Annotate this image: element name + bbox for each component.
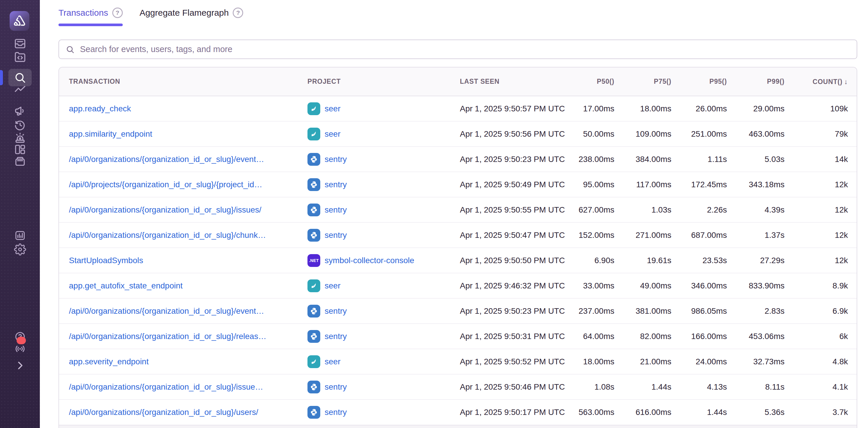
table-row: /api/0/organizations/{organization_id_or… xyxy=(59,197,857,223)
project-link[interactable]: seer xyxy=(324,281,340,291)
transaction-link[interactable]: app.get_autofix_state_endpoint xyxy=(69,281,183,290)
transaction-link[interactable]: /api/0/organizations/{organization_id_or… xyxy=(69,205,261,214)
p50-cell: 18.00ms xyxy=(571,349,623,374)
transaction-link[interactable]: /api/0/organizations/{organization_id_or… xyxy=(69,332,267,341)
last-seen-cell: Apr 1, 2025 9:46:32 PM UTC xyxy=(450,273,571,298)
sidebar-item-metrics[interactable] xyxy=(0,82,40,99)
tab-transactions[interactable]: Transactions ? xyxy=(59,7,123,26)
p95-cell: 24.00ms xyxy=(680,349,736,374)
project-cell: .NET symbol-collector-console xyxy=(298,248,450,273)
count-cell: 3.7k xyxy=(793,399,857,425)
search-input[interactable] xyxy=(80,44,850,54)
transactions-table-card: TRANSACTIONPROJECTLAST SEENP50()P75()P95… xyxy=(59,67,857,428)
column-label: P99() xyxy=(767,78,784,85)
p50-cell: 95.00ms xyxy=(571,172,623,197)
last-seen-cell: Apr 1, 2025 9:50:23 PM UTC xyxy=(450,298,571,324)
project-link[interactable]: seer xyxy=(324,104,340,113)
column-header-p99[interactable]: P99() xyxy=(736,67,793,96)
project-link[interactable]: sentry xyxy=(324,332,347,341)
project-link[interactable]: sentry xyxy=(324,205,347,215)
count-cell: 8.9k xyxy=(793,273,857,298)
project-link[interactable]: sentry xyxy=(324,231,347,240)
transaction-cell: /api/0/organizations/{organization_id_or… xyxy=(59,223,298,248)
table-row: /api/0/organizations/{organization_id_or… xyxy=(59,223,857,248)
project-cell: sentry xyxy=(298,324,450,349)
p75-cell: 381.00ms xyxy=(623,298,680,324)
transaction-cell: /api/0/organizations/{organization_id_or… xyxy=(59,374,298,399)
column-header-count[interactable]: COUNT()↓ xyxy=(793,67,857,96)
count-cell: 14k xyxy=(793,146,857,172)
sidebar-item-releases[interactable] xyxy=(0,152,40,170)
table-row: app.get_autofix_state_endpoint seer Apr … xyxy=(59,273,857,298)
sidebar-item-settings[interactable] xyxy=(0,241,40,258)
sentry-logo-icon[interactable] xyxy=(9,11,29,31)
column-header-last-seen[interactable]: LAST SEEN xyxy=(450,67,571,96)
project-cell: seer xyxy=(298,121,450,146)
column-header-p75[interactable]: P75() xyxy=(623,67,680,96)
help-circle-icon[interactable]: ? xyxy=(112,7,123,18)
p75-cell: 616.00ms xyxy=(623,399,680,425)
transaction-link[interactable]: /api/0/projects/{organization_id_or_slug… xyxy=(69,180,262,189)
sidebar-item-explore[interactable] xyxy=(0,48,40,66)
transaction-link[interactable]: /api/0/organizations/{organization_id_or… xyxy=(69,155,264,164)
settings-icon xyxy=(8,241,32,258)
transaction-link[interactable]: app.severity_endpoint xyxy=(69,357,149,366)
project-cell: sentry xyxy=(298,172,450,197)
p95-cell: 4.13s xyxy=(680,374,736,399)
transaction-cell: /api/0/organizations/{organization_id_or… xyxy=(59,197,298,223)
project-link[interactable]: sentry xyxy=(324,306,347,316)
p50-cell: 152.00ms xyxy=(571,223,623,248)
transaction-link[interactable]: app.ready_check xyxy=(69,104,131,113)
project-link[interactable]: sentry xyxy=(324,408,347,417)
count-cell: 12k xyxy=(793,172,857,197)
sidebar-expand-button[interactable] xyxy=(0,360,40,371)
column-header-transaction[interactable]: TRANSACTION xyxy=(59,67,298,96)
p50-cell: 563.00ms xyxy=(571,399,623,425)
seer-project-icon xyxy=(307,279,320,292)
p50-cell: 238.00ms xyxy=(571,146,623,172)
main-content: Transactions ? Aggregate Flamegraph ? TR… xyxy=(40,0,868,428)
column-label: COUNT() xyxy=(813,78,843,86)
p99-cell: 5.03s xyxy=(736,146,793,172)
python-project-icon xyxy=(307,330,320,343)
transaction-link[interactable]: StartUploadSymbols xyxy=(69,256,143,265)
last-seen-cell: Apr 1, 2025 9:50:50 PM UTC xyxy=(450,248,571,273)
help-circle-icon[interactable]: ? xyxy=(233,7,243,18)
table-row: /api/0/organizations/{organization_id_or… xyxy=(59,324,857,349)
column-header-p95[interactable]: P95() xyxy=(680,67,736,96)
table-row: /api/0/organizations/{organization_id_or… xyxy=(59,146,857,172)
transaction-link[interactable]: /api/0/organizations/{organization_id_or… xyxy=(69,231,266,239)
project-link[interactable]: seer xyxy=(324,357,340,366)
project-link[interactable]: sentry xyxy=(324,382,347,392)
p95-cell: 166.00ms xyxy=(680,324,736,349)
sidebar-item-whats-new[interactable] xyxy=(0,340,40,357)
count-cell: 4.8k xyxy=(793,349,857,374)
transaction-link[interactable]: app.similarity_endpoint xyxy=(69,129,152,138)
project-link[interactable]: sentry xyxy=(324,155,347,164)
column-header-project[interactable]: PROJECT xyxy=(298,67,450,96)
project-link[interactable]: symbol-collector-console xyxy=(324,256,414,265)
table-header-row: TRANSACTIONPROJECTLAST SEENP50()P75()P95… xyxy=(59,67,857,96)
transaction-link[interactable]: /api/0/organizations/{organization_id_or… xyxy=(69,306,264,316)
python-project-icon xyxy=(307,203,320,216)
table-row: /api/0/projects/{organization_id_or_slug… xyxy=(59,172,857,197)
p95-cell: 23.53s xyxy=(680,248,736,273)
project-link[interactable]: seer xyxy=(324,129,340,139)
table-row: app.severity_endpoint seer Apr 1, 2025 9… xyxy=(59,349,857,374)
column-header-p50[interactable]: P50() xyxy=(571,67,623,96)
tab-aggregate-flamegraph[interactable]: Aggregate Flamegraph ? xyxy=(140,7,244,26)
p75-cell: 82.00ms xyxy=(623,324,680,349)
last-seen-cell: Apr 1, 2025 9:50:23 PM UTC xyxy=(450,146,571,172)
project-link[interactable]: sentry xyxy=(324,180,347,189)
p95-cell: 687.00ms xyxy=(680,223,736,248)
transaction-link[interactable]: /api/0/organizations/{organization_id_or… xyxy=(69,408,258,417)
p50-cell: 17.00ms xyxy=(571,96,623,121)
p95-cell: 1.11s xyxy=(680,146,736,172)
p50-cell: 33.00ms xyxy=(571,273,623,298)
search-icon xyxy=(65,45,75,54)
last-seen-cell: Apr 1, 2025 9:50:49 PM UTC xyxy=(450,172,571,197)
column-label: P75() xyxy=(654,78,671,85)
transaction-link[interactable]: /api/0/organizations/{organization_id_or… xyxy=(69,382,263,391)
project-cell: sentry xyxy=(298,223,450,248)
table-row: /api/0/organizations/{organization_id_or… xyxy=(59,298,857,324)
